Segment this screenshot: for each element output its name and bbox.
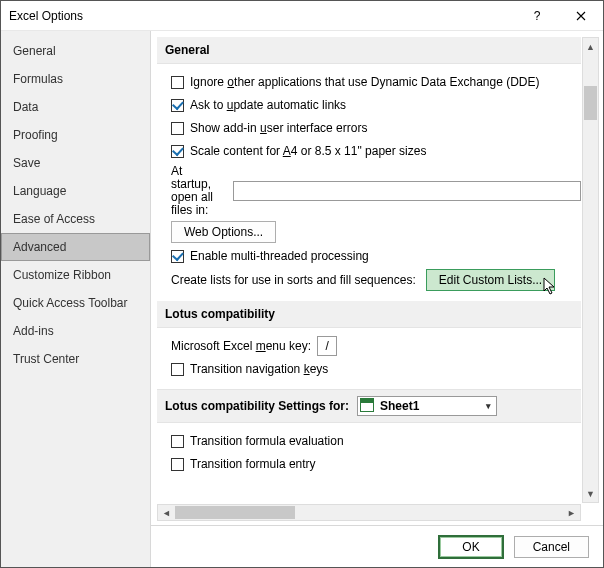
vertical-scrollbar[interactable]: ▲ ▼ bbox=[582, 37, 599, 503]
checkbox-label: Enable multi-threaded processing bbox=[190, 249, 369, 263]
sidebar-item-customize-ribbon[interactable]: Customize Ribbon bbox=[1, 261, 150, 289]
scroll-thumb[interactable] bbox=[584, 86, 597, 120]
options-scroll-area: General Ignore other applications that u… bbox=[157, 37, 581, 503]
titlebar: Excel Options ? bbox=[1, 1, 603, 31]
dialog-body: General Formulas Data Proofing Save Lang… bbox=[1, 31, 603, 567]
chevron-down-icon: ▾ bbox=[480, 397, 496, 415]
checkbox-transition-formula-entry[interactable]: Transition formula entry bbox=[171, 454, 581, 474]
dropdown-value: Sheet1 bbox=[378, 399, 480, 413]
edit-custom-lists-button[interactable]: Edit Custom Lists... bbox=[426, 269, 555, 291]
dialog-footer: OK Cancel bbox=[151, 525, 603, 567]
checkbox-icon bbox=[171, 250, 184, 263]
checkbox-label: Transition formula entry bbox=[190, 457, 316, 471]
sidebar-item-data[interactable]: Data bbox=[1, 93, 150, 121]
cancel-button[interactable]: Cancel bbox=[514, 536, 589, 558]
sidebar-item-add-ins[interactable]: Add-ins bbox=[1, 317, 150, 345]
checkbox-ignore-dde[interactable]: Ignore other applications that use Dynam… bbox=[171, 72, 581, 92]
checkbox-ask-update-links[interactable]: Ask to update automatic links bbox=[171, 95, 581, 115]
lotus-sheet-dropdown[interactable]: Sheet1 ▾ bbox=[357, 396, 497, 416]
sidebar-item-language[interactable]: Language bbox=[1, 177, 150, 205]
checkbox-icon bbox=[171, 99, 184, 112]
checkbox-icon bbox=[171, 122, 184, 135]
checkbox-icon bbox=[171, 363, 184, 376]
checkbox-icon bbox=[171, 76, 184, 89]
horizontal-scrollbar[interactable]: ◄ ► bbox=[157, 504, 581, 521]
checkbox-label: Scale content for A4 or 8.5 x 11" paper … bbox=[190, 144, 426, 158]
sidebar-item-formulas[interactable]: Formulas bbox=[1, 65, 150, 93]
sidebar-item-proofing[interactable]: Proofing bbox=[1, 121, 150, 149]
sheet-icon bbox=[360, 398, 376, 414]
scroll-left-icon[interactable]: ◄ bbox=[158, 506, 175, 521]
scroll-right-icon[interactable]: ► bbox=[563, 505, 580, 520]
checkbox-label: Transition navigation keys bbox=[190, 362, 328, 376]
main-panel: General Ignore other applications that u… bbox=[151, 31, 603, 567]
checkbox-icon bbox=[171, 458, 184, 471]
checkbox-scale-a4[interactable]: Scale content for A4 or 8.5 x 11" paper … bbox=[171, 141, 581, 161]
close-button[interactable] bbox=[559, 1, 603, 31]
checkbox-enable-multithreaded[interactable]: Enable multi-threaded processing bbox=[171, 246, 581, 266]
help-button[interactable]: ? bbox=[515, 1, 559, 31]
checkbox-label: Show add-in user interface errors bbox=[190, 121, 367, 135]
category-sidebar: General Formulas Data Proofing Save Lang… bbox=[1, 31, 151, 567]
checkbox-show-addin-errors[interactable]: Show add-in user interface errors bbox=[171, 118, 581, 138]
lotus-for-label: Lotus compatibility Settings for: bbox=[165, 399, 349, 413]
checkbox-label: Ignore other applications that use Dynam… bbox=[190, 75, 540, 89]
sidebar-item-ease-of-access[interactable]: Ease of Access bbox=[1, 205, 150, 233]
sidebar-item-general[interactable]: General bbox=[1, 37, 150, 65]
excel-options-dialog: Excel Options ? General Formulas Data Pr… bbox=[0, 0, 604, 568]
sidebar-item-trust-center[interactable]: Trust Center bbox=[1, 345, 150, 373]
checkbox-label: Ask to update automatic links bbox=[190, 98, 346, 112]
checkbox-icon bbox=[171, 435, 184, 448]
sidebar-item-quick-access-toolbar[interactable]: Quick Access Toolbar bbox=[1, 289, 150, 317]
section-header-lotus-for: Lotus compatibility Settings for: Sheet1… bbox=[157, 389, 581, 423]
checkbox-icon bbox=[171, 145, 184, 158]
scroll-down-icon[interactable]: ▼ bbox=[583, 485, 598, 502]
checkbox-transition-nav-keys[interactable]: Transition navigation keys bbox=[171, 359, 581, 379]
scroll-up-icon[interactable]: ▲ bbox=[583, 38, 598, 55]
startup-open-files-label: At startup, open all files in: bbox=[171, 165, 225, 217]
create-lists-label: Create lists for use in sorts and fill s… bbox=[171, 273, 416, 287]
startup-open-files-input[interactable] bbox=[233, 181, 581, 201]
section-header-general: General bbox=[157, 37, 581, 64]
sidebar-item-save[interactable]: Save bbox=[1, 149, 150, 177]
menu-key-input[interactable] bbox=[317, 336, 337, 356]
close-icon bbox=[576, 11, 586, 21]
section-header-lotus: Lotus compatibility bbox=[157, 301, 581, 328]
window-title: Excel Options bbox=[1, 9, 515, 23]
checkbox-label: Transition formula evaluation bbox=[190, 434, 344, 448]
checkbox-transition-formula-eval[interactable]: Transition formula evaluation bbox=[171, 431, 581, 451]
scroll-thumb[interactable] bbox=[175, 506, 295, 519]
ok-button[interactable]: OK bbox=[438, 535, 503, 559]
sidebar-item-advanced[interactable]: Advanced bbox=[1, 233, 150, 261]
menu-key-label: Microsoft Excel menu key: bbox=[171, 339, 311, 353]
web-options-button[interactable]: Web Options... bbox=[171, 221, 276, 243]
